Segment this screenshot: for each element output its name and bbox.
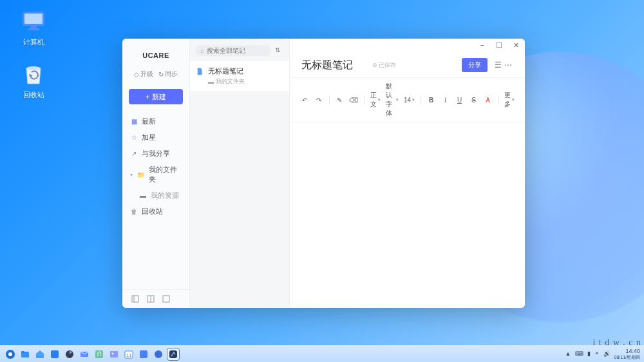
editor-panel: 无标题笔记 ⊘已保存 分享 ☰ ⋯ ↶ ↷ ✎ ⌫ 正文▾ 默认字体▾ 14▾ … bbox=[290, 39, 525, 308]
underline-button[interactable]: U bbox=[454, 94, 466, 106]
note-list-item[interactable]: 无标题笔记 ▬我的文件夹 bbox=[190, 61, 289, 91]
tray-battery-icon[interactable]: ▮ bbox=[587, 350, 591, 357]
desktop-icon-recycle[interactable]: 回收站 bbox=[14, 61, 53, 100]
taskbar-browser[interactable] bbox=[63, 348, 76, 361]
svg-rect-22 bbox=[140, 350, 147, 358]
svg-rect-1 bbox=[24, 14, 43, 24]
strikethrough-button[interactable]: S bbox=[468, 94, 480, 106]
svg-rect-3 bbox=[28, 28, 39, 30]
taskbar-gallery[interactable] bbox=[108, 348, 120, 361]
nav-myresources[interactable]: ▬我的资源 bbox=[125, 187, 187, 204]
check-icon: ⊘ bbox=[372, 62, 377, 68]
upgrade-row: ◇升级 ↻同步 bbox=[122, 67, 189, 85]
nav-myfolders[interactable]: ▾📁我的文件夹 bbox=[125, 162, 187, 187]
taskbar-mail[interactable] bbox=[78, 348, 91, 361]
svg-rect-13 bbox=[21, 351, 24, 353]
tray-network-icon[interactable]: ⚬ bbox=[594, 350, 600, 357]
recycle-icon bbox=[20, 61, 47, 88]
system-tray: ▲ ⌨ ▮ ⚬ 🔊 14:40 08/11/星期四 bbox=[565, 348, 640, 360]
folder-icon: 📁 bbox=[137, 171, 145, 178]
share-icon: ↗ bbox=[130, 150, 138, 158]
undo-button[interactable]: ↶ bbox=[299, 94, 310, 106]
format-paint-button[interactable]: ✎ bbox=[334, 94, 345, 106]
computer-icon bbox=[20, 8, 47, 35]
svg-rect-9 bbox=[163, 296, 169, 302]
nav-recent[interactable]: ▦最新 bbox=[125, 113, 187, 129]
clear-format-button[interactable]: ⌫ bbox=[348, 94, 359, 106]
taskbar-app3[interactable] bbox=[152, 348, 165, 361]
sort-button[interactable]: ⇅ bbox=[275, 46, 284, 55]
new-button[interactable]: + 新建 bbox=[129, 89, 183, 104]
svg-text:11: 11 bbox=[126, 352, 132, 358]
folder-icon: ▬ bbox=[139, 192, 147, 200]
document-icon bbox=[196, 68, 204, 75]
document-title[interactable]: 无标题笔记 bbox=[301, 59, 367, 72]
taskbar-clock[interactable]: 14:40 08/11/星期四 bbox=[614, 348, 640, 360]
taskbar-home[interactable] bbox=[33, 348, 46, 361]
note-title: 无标题笔记 bbox=[208, 66, 243, 76]
more-format-button[interactable]: 更多▾ bbox=[503, 91, 516, 109]
app-logo: UCARE bbox=[122, 39, 189, 67]
nav-shared[interactable]: ↗与我分享 bbox=[125, 146, 187, 162]
share-button[interactable]: 分享 bbox=[462, 58, 488, 72]
editor-canvas[interactable] bbox=[290, 122, 525, 308]
taskbar-app2[interactable] bbox=[137, 348, 150, 361]
layout-icon-1[interactable] bbox=[131, 295, 139, 303]
svg-rect-2 bbox=[30, 26, 37, 28]
svg-point-23 bbox=[155, 350, 162, 358]
sidebar-footer bbox=[122, 289, 189, 308]
font-size-select[interactable]: 14▾ bbox=[402, 97, 416, 104]
star-icon: ☆ bbox=[130, 134, 138, 142]
note-meta: ▬我的文件夹 bbox=[208, 77, 283, 86]
minimize-button[interactable]: − bbox=[478, 41, 486, 49]
svg-point-19 bbox=[112, 352, 114, 354]
note-list-panel: ⌕ ⇅ 无标题笔记 ▬我的文件夹 bbox=[190, 39, 290, 308]
taskbar-music[interactable] bbox=[93, 348, 106, 361]
search-input[interactable] bbox=[207, 47, 266, 54]
taskbar-files[interactable] bbox=[19, 348, 32, 361]
font-color-button[interactable]: A bbox=[482, 94, 494, 106]
layout-icon-3[interactable] bbox=[162, 295, 170, 303]
outline-button[interactable]: ☰ bbox=[493, 61, 503, 70]
trash-icon: 🗑 bbox=[130, 208, 138, 216]
folder-small-icon: ▬ bbox=[208, 79, 214, 85]
desktop-icon-computer[interactable]: 计算机 bbox=[14, 8, 53, 47]
saved-indicator: ⊘已保存 bbox=[372, 61, 396, 70]
app-window: − ☐ ✕ UCARE ◇升级 ↻同步 + 新建 ▦最新 ☆加星 ↗与我分享 ▾… bbox=[122, 39, 525, 308]
tray-up-icon[interactable]: ▲ bbox=[565, 350, 571, 357]
format-toolbar: ↶ ↷ ✎ ⌫ 正文▾ 默认字体▾ 14▾ B I U S A 更多▾ bbox=[290, 77, 525, 122]
tray-keyboard-icon[interactable]: ⌨ bbox=[575, 350, 583, 357]
bold-button[interactable]: B bbox=[426, 94, 437, 106]
nav-list: ▦最新 ☆加星 ↗与我分享 ▾📁我的文件夹 ▬我的资源 🗑回收站 bbox=[122, 113, 189, 289]
nav-starred[interactable]: ☆加星 bbox=[125, 129, 187, 146]
svg-point-4 bbox=[26, 66, 41, 70]
italic-button[interactable]: I bbox=[440, 94, 451, 106]
svg-point-11 bbox=[8, 352, 12, 356]
desktop-icon-label: 计算机 bbox=[14, 37, 53, 47]
sidebar: UCARE ◇升级 ↻同步 + 新建 ▦最新 ☆加星 ↗与我分享 ▾📁我的文件夹… bbox=[122, 39, 190, 308]
layout-icon-2[interactable] bbox=[147, 295, 155, 303]
search-row: ⌕ ⇅ bbox=[190, 39, 289, 61]
maximize-button[interactable]: ☐ bbox=[495, 41, 503, 49]
search-icon: ⌕ bbox=[200, 47, 204, 54]
taskbar-notes-app[interactable] bbox=[167, 348, 180, 361]
taskbar-calendar[interactable]: 11 bbox=[122, 348, 135, 361]
sync-icon: ↻ bbox=[158, 71, 164, 78]
search-box[interactable]: ⌕ bbox=[195, 45, 271, 56]
paragraph-style-select[interactable]: 正文▾ bbox=[369, 91, 382, 109]
redo-button[interactable]: ↷ bbox=[313, 94, 325, 106]
upgrade-link[interactable]: ◇升级 bbox=[134, 70, 153, 79]
chevron-down-icon: ▾ bbox=[130, 172, 135, 178]
diamond-icon: ◇ bbox=[134, 71, 139, 78]
svg-rect-24 bbox=[169, 350, 177, 358]
start-button[interactable] bbox=[4, 348, 17, 361]
taskbar-app1[interactable] bbox=[48, 348, 61, 361]
font-family-select[interactable]: 默认字体▾ bbox=[384, 82, 400, 118]
window-controls: − ☐ ✕ bbox=[478, 41, 520, 49]
close-button[interactable]: ✕ bbox=[512, 41, 520, 49]
tray-volume-icon[interactable]: 🔊 bbox=[603, 350, 611, 357]
sync-link[interactable]: ↻同步 bbox=[158, 70, 178, 79]
nav-trash[interactable]: 🗑回收站 bbox=[125, 204, 187, 220]
more-button[interactable]: ⋯ bbox=[503, 61, 513, 70]
svg-rect-17 bbox=[95, 350, 103, 358]
